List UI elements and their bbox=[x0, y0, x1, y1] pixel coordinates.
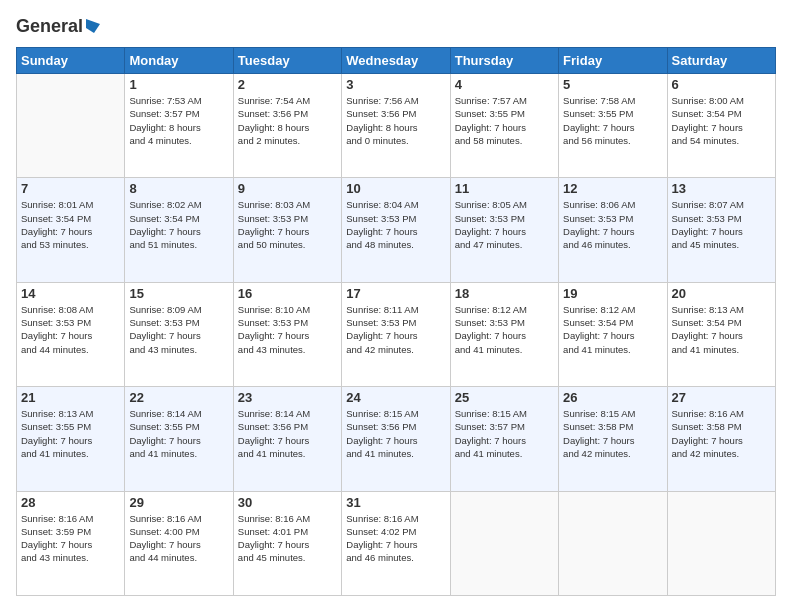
day-number: 5 bbox=[563, 77, 662, 92]
day-number: 30 bbox=[238, 495, 337, 510]
logo-general: General bbox=[16, 16, 83, 37]
calendar-cell: 31Sunrise: 8:16 AM Sunset: 4:02 PM Dayli… bbox=[342, 491, 450, 595]
day-number: 2 bbox=[238, 77, 337, 92]
cell-info: Sunrise: 8:10 AM Sunset: 3:53 PM Dayligh… bbox=[238, 303, 337, 356]
day-number: 29 bbox=[129, 495, 228, 510]
calendar-cell bbox=[559, 491, 667, 595]
calendar-header-tuesday: Tuesday bbox=[233, 48, 341, 74]
cell-info: Sunrise: 8:13 AM Sunset: 3:54 PM Dayligh… bbox=[672, 303, 771, 356]
cell-info: Sunrise: 8:16 AM Sunset: 4:00 PM Dayligh… bbox=[129, 512, 228, 565]
day-number: 7 bbox=[21, 181, 120, 196]
calendar-header-monday: Monday bbox=[125, 48, 233, 74]
day-number: 18 bbox=[455, 286, 554, 301]
calendar-week-row: 1Sunrise: 7:53 AM Sunset: 3:57 PM Daylig… bbox=[17, 74, 776, 178]
cell-info: Sunrise: 7:53 AM Sunset: 3:57 PM Dayligh… bbox=[129, 94, 228, 147]
cell-info: Sunrise: 8:15 AM Sunset: 3:58 PM Dayligh… bbox=[563, 407, 662, 460]
calendar-cell: 23Sunrise: 8:14 AM Sunset: 3:56 PM Dayli… bbox=[233, 387, 341, 491]
day-number: 25 bbox=[455, 390, 554, 405]
day-number: 21 bbox=[21, 390, 120, 405]
day-number: 24 bbox=[346, 390, 445, 405]
calendar-cell: 19Sunrise: 8:12 AM Sunset: 3:54 PM Dayli… bbox=[559, 282, 667, 386]
calendar-week-row: 21Sunrise: 8:13 AM Sunset: 3:55 PM Dayli… bbox=[17, 387, 776, 491]
day-number: 9 bbox=[238, 181, 337, 196]
calendar-cell: 21Sunrise: 8:13 AM Sunset: 3:55 PM Dayli… bbox=[17, 387, 125, 491]
calendar-week-row: 7Sunrise: 8:01 AM Sunset: 3:54 PM Daylig… bbox=[17, 178, 776, 282]
calendar-header-friday: Friday bbox=[559, 48, 667, 74]
logo: General bbox=[16, 16, 102, 37]
calendar-cell: 22Sunrise: 8:14 AM Sunset: 3:55 PM Dayli… bbox=[125, 387, 233, 491]
cell-info: Sunrise: 8:16 AM Sunset: 3:59 PM Dayligh… bbox=[21, 512, 120, 565]
day-number: 28 bbox=[21, 495, 120, 510]
cell-info: Sunrise: 7:57 AM Sunset: 3:55 PM Dayligh… bbox=[455, 94, 554, 147]
cell-info: Sunrise: 8:14 AM Sunset: 3:55 PM Dayligh… bbox=[129, 407, 228, 460]
calendar-table: SundayMondayTuesdayWednesdayThursdayFrid… bbox=[16, 47, 776, 596]
day-number: 16 bbox=[238, 286, 337, 301]
day-number: 3 bbox=[346, 77, 445, 92]
page: General SundayMondayTuesdayWednesdayThur… bbox=[0, 0, 792, 612]
calendar-cell: 25Sunrise: 8:15 AM Sunset: 3:57 PM Dayli… bbox=[450, 387, 558, 491]
cell-info: Sunrise: 8:07 AM Sunset: 3:53 PM Dayligh… bbox=[672, 198, 771, 251]
header: General bbox=[16, 16, 776, 37]
cell-info: Sunrise: 8:15 AM Sunset: 3:57 PM Dayligh… bbox=[455, 407, 554, 460]
day-number: 4 bbox=[455, 77, 554, 92]
day-number: 19 bbox=[563, 286, 662, 301]
calendar-cell: 12Sunrise: 8:06 AM Sunset: 3:53 PM Dayli… bbox=[559, 178, 667, 282]
day-number: 20 bbox=[672, 286, 771, 301]
day-number: 1 bbox=[129, 77, 228, 92]
day-number: 14 bbox=[21, 286, 120, 301]
cell-info: Sunrise: 7:54 AM Sunset: 3:56 PM Dayligh… bbox=[238, 94, 337, 147]
calendar-header-wednesday: Wednesday bbox=[342, 48, 450, 74]
cell-info: Sunrise: 8:00 AM Sunset: 3:54 PM Dayligh… bbox=[672, 94, 771, 147]
calendar-cell: 24Sunrise: 8:15 AM Sunset: 3:56 PM Dayli… bbox=[342, 387, 450, 491]
day-number: 17 bbox=[346, 286, 445, 301]
cell-info: Sunrise: 8:12 AM Sunset: 3:54 PM Dayligh… bbox=[563, 303, 662, 356]
day-number: 6 bbox=[672, 77, 771, 92]
calendar-cell: 7Sunrise: 8:01 AM Sunset: 3:54 PM Daylig… bbox=[17, 178, 125, 282]
cell-info: Sunrise: 7:58 AM Sunset: 3:55 PM Dayligh… bbox=[563, 94, 662, 147]
cell-info: Sunrise: 8:13 AM Sunset: 3:55 PM Dayligh… bbox=[21, 407, 120, 460]
day-number: 12 bbox=[563, 181, 662, 196]
calendar-cell: 18Sunrise: 8:12 AM Sunset: 3:53 PM Dayli… bbox=[450, 282, 558, 386]
day-number: 27 bbox=[672, 390, 771, 405]
cell-info: Sunrise: 8:16 AM Sunset: 3:58 PM Dayligh… bbox=[672, 407, 771, 460]
calendar-cell: 3Sunrise: 7:56 AM Sunset: 3:56 PM Daylig… bbox=[342, 74, 450, 178]
calendar-cell: 8Sunrise: 8:02 AM Sunset: 3:54 PM Daylig… bbox=[125, 178, 233, 282]
calendar-cell: 29Sunrise: 8:16 AM Sunset: 4:00 PM Dayli… bbox=[125, 491, 233, 595]
calendar-cell: 6Sunrise: 8:00 AM Sunset: 3:54 PM Daylig… bbox=[667, 74, 775, 178]
cell-info: Sunrise: 8:09 AM Sunset: 3:53 PM Dayligh… bbox=[129, 303, 228, 356]
calendar-cell: 10Sunrise: 8:04 AM Sunset: 3:53 PM Dayli… bbox=[342, 178, 450, 282]
calendar-cell: 13Sunrise: 8:07 AM Sunset: 3:53 PM Dayli… bbox=[667, 178, 775, 282]
calendar-cell: 4Sunrise: 7:57 AM Sunset: 3:55 PM Daylig… bbox=[450, 74, 558, 178]
day-number: 31 bbox=[346, 495, 445, 510]
calendar-cell bbox=[667, 491, 775, 595]
calendar-cell: 2Sunrise: 7:54 AM Sunset: 3:56 PM Daylig… bbox=[233, 74, 341, 178]
calendar-week-row: 14Sunrise: 8:08 AM Sunset: 3:53 PM Dayli… bbox=[17, 282, 776, 386]
day-number: 26 bbox=[563, 390, 662, 405]
cell-info: Sunrise: 8:15 AM Sunset: 3:56 PM Dayligh… bbox=[346, 407, 445, 460]
calendar-cell: 28Sunrise: 8:16 AM Sunset: 3:59 PM Dayli… bbox=[17, 491, 125, 595]
calendar-cell: 9Sunrise: 8:03 AM Sunset: 3:53 PM Daylig… bbox=[233, 178, 341, 282]
calendar-week-row: 28Sunrise: 8:16 AM Sunset: 3:59 PM Dayli… bbox=[17, 491, 776, 595]
calendar-cell bbox=[17, 74, 125, 178]
calendar-cell: 1Sunrise: 7:53 AM Sunset: 3:57 PM Daylig… bbox=[125, 74, 233, 178]
calendar-cell: 27Sunrise: 8:16 AM Sunset: 3:58 PM Dayli… bbox=[667, 387, 775, 491]
calendar-cell: 17Sunrise: 8:11 AM Sunset: 3:53 PM Dayli… bbox=[342, 282, 450, 386]
day-number: 10 bbox=[346, 181, 445, 196]
cell-info: Sunrise: 8:16 AM Sunset: 4:01 PM Dayligh… bbox=[238, 512, 337, 565]
calendar-cell: 16Sunrise: 8:10 AM Sunset: 3:53 PM Dayli… bbox=[233, 282, 341, 386]
cell-info: Sunrise: 8:02 AM Sunset: 3:54 PM Dayligh… bbox=[129, 198, 228, 251]
cell-info: Sunrise: 8:05 AM Sunset: 3:53 PM Dayligh… bbox=[455, 198, 554, 251]
calendar-cell: 26Sunrise: 8:15 AM Sunset: 3:58 PM Dayli… bbox=[559, 387, 667, 491]
calendar-header-sunday: Sunday bbox=[17, 48, 125, 74]
calendar-cell: 30Sunrise: 8:16 AM Sunset: 4:01 PM Dayli… bbox=[233, 491, 341, 595]
day-number: 22 bbox=[129, 390, 228, 405]
logo-icon bbox=[84, 17, 102, 35]
cell-info: Sunrise: 8:08 AM Sunset: 3:53 PM Dayligh… bbox=[21, 303, 120, 356]
calendar-cell: 15Sunrise: 8:09 AM Sunset: 3:53 PM Dayli… bbox=[125, 282, 233, 386]
calendar-cell bbox=[450, 491, 558, 595]
calendar-header-saturday: Saturday bbox=[667, 48, 775, 74]
day-number: 8 bbox=[129, 181, 228, 196]
day-number: 15 bbox=[129, 286, 228, 301]
day-number: 11 bbox=[455, 181, 554, 196]
cell-info: Sunrise: 8:04 AM Sunset: 3:53 PM Dayligh… bbox=[346, 198, 445, 251]
